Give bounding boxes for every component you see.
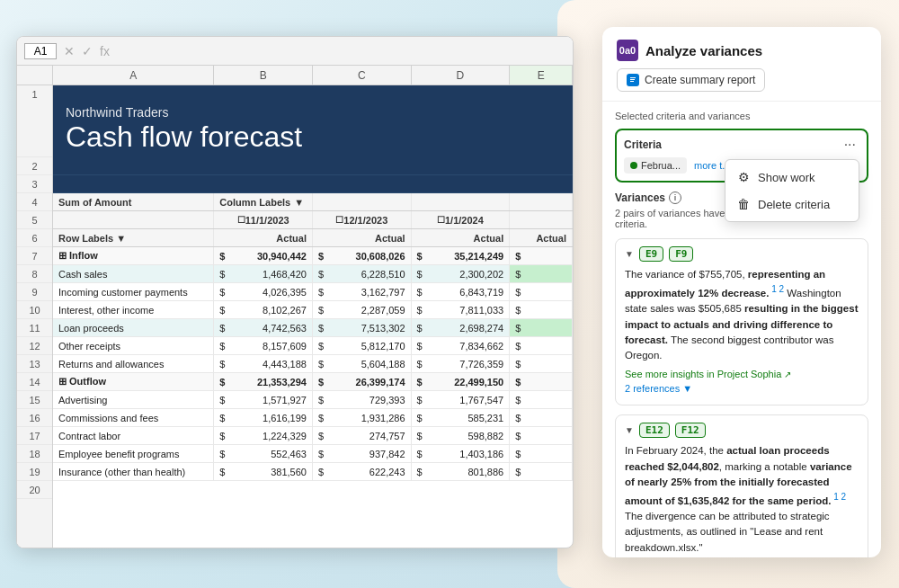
cell-c-11: $937,842 <box>313 445 412 462</box>
col-header-b[interactable]: B <box>214 66 313 85</box>
cell-d-11: $1,403,186 <box>412 445 511 462</box>
actual-c7: Actual <box>313 229 412 246</box>
cell-reference[interactable]: A1 <box>24 43 57 59</box>
variances-title: Variances <box>615 192 665 204</box>
show-work-label: Show work <box>758 171 815 184</box>
formula-icon: fx <box>100 44 110 58</box>
sum-of-amount-label: Sum of Amount <box>53 193 214 210</box>
col-header-c[interactable]: C <box>313 66 412 85</box>
table-row: Insurance (other than health) $381,560 $… <box>53 463 573 481</box>
cell-a-11: Employee benefit programs <box>53 445 214 462</box>
row-num-1: 1 <box>17 85 52 157</box>
spreadsheet-title: Cash flow forecast <box>66 120 560 154</box>
references-toggle-1[interactable]: 2 references ▼ <box>625 383 859 394</box>
cell-b-9: $1,616,199 <box>214 409 313 426</box>
panel-title: Analyze variances <box>645 43 762 58</box>
create-summary-label: Create summary report <box>645 74 755 86</box>
variance-1-text: The variance of $755,705, representing a… <box>625 267 859 363</box>
criteria-label: Criteria <box>624 138 662 151</box>
col-header-a[interactable]: A <box>53 66 214 85</box>
cell-e-3: $ <box>510 301 573 318</box>
cell-c-8: $729,393 <box>313 391 412 408</box>
col-header-d[interactable]: D <box>412 66 511 85</box>
ref-1-1[interactable]: 1 <box>769 284 776 294</box>
criteria-tag-1: Februa... <box>624 157 687 174</box>
cell-d-6: $7,726,359 <box>412 355 511 372</box>
show-work-menu-item[interactable]: ⚙ Show work <box>725 164 859 191</box>
row-num-20: 20 <box>17 481 52 499</box>
cell-d-7: $22,499,150 <box>412 373 511 390</box>
cell-e-2: $ <box>510 283 573 300</box>
col-label-d5 <box>412 193 511 210</box>
see-more-label-1: See more insights in Project Sophia <box>625 369 781 379</box>
row-num-5: 5 <box>17 211 52 229</box>
cell-e-8: $ <box>510 391 573 408</box>
ref-2-2[interactable]: 2 <box>839 492 846 502</box>
row-num-8: 8 <box>17 265 52 283</box>
row-2-spacer <box>53 175 573 193</box>
excel-spreadsheet: A1 ✕ ✓ fx A B C D E 1 2 3 4 5 6 7 8 9 10… <box>16 36 574 548</box>
col-label-c5 <box>313 193 412 210</box>
delete-criteria-menu-item[interactable]: 🗑 Delete criteria <box>725 191 859 218</box>
cell-badge-f9[interactable]: F9 <box>669 246 693 262</box>
variances-info-icon[interactable]: i <box>669 192 681 204</box>
cell-d-5: $7,834,662 <box>412 337 511 354</box>
cell-b-5: $8,157,609 <box>214 337 313 354</box>
variance-2-text: In February 2024, the actual loan procee… <box>625 443 859 556</box>
cell-d-12: $801,886 <box>412 463 511 480</box>
cell-e-11: $ <box>510 445 573 462</box>
chevron-down-icon-1[interactable]: ▼ <box>625 249 634 259</box>
row-num-10: 10 <box>17 301 52 319</box>
row-numbers: 1 2 3 4 5 6 7 8 9 10 11 12 13 14 15 16 1… <box>17 85 53 548</box>
sheet-content: 1 2 3 4 5 6 7 8 9 10 11 12 13 14 15 16 1… <box>17 85 573 548</box>
cell-a-1: Cash sales <box>53 265 214 282</box>
cell-d-8: $1,767,547 <box>412 391 511 408</box>
chevron-down-icon-2[interactable]: ▼ <box>625 425 634 435</box>
corner-cell <box>17 66 53 85</box>
cell-a-8: Advertising <box>53 391 214 408</box>
criteria-more-button[interactable]: ··· <box>841 138 859 152</box>
cell-badge-e9[interactable]: E9 <box>639 246 663 262</box>
actual-e7: Actual <box>510 229 573 246</box>
row-num-11: 11 <box>17 319 52 337</box>
col-header-e[interactable]: E <box>510 66 573 85</box>
analysis-panel: 0a0 Analyze variances Create summary rep… <box>602 27 881 557</box>
see-more-link-1[interactable]: See more insights in Project Sophia ↗ <box>625 369 859 379</box>
cell-c-2: $3,162,797 <box>313 283 412 300</box>
cell-e-7: $ <box>510 373 573 390</box>
ref-2-1[interactable]: 1 <box>831 492 838 502</box>
svg-rect-1 <box>630 79 635 80</box>
table-row: Incoming customer payments $4,026,395 $3… <box>53 283 573 301</box>
row-num-7: 7 <box>17 247 52 265</box>
cell-badge-f12[interactable]: F12 <box>675 423 706 438</box>
table-row: Cash sales $1,468,420 $6,228,510 $2,300,… <box>53 265 573 283</box>
cell-b-6: $4,443,188 <box>214 355 313 372</box>
table-row: Other receipts $8,157,609 $5,812,170 $7,… <box>53 337 573 355</box>
variances-section: Variances i 2 pairs of variances have be… <box>615 192 868 557</box>
row-num-4: 4 <box>17 193 52 211</box>
summary-btn-icon <box>627 74 639 86</box>
cell-c-3: $2,287,059 <box>313 301 412 318</box>
ref-1-2[interactable]: 2 <box>777 284 784 294</box>
cell-b-10: $1,224,329 <box>214 427 313 444</box>
criteria-card-header: Criteria ··· <box>624 138 859 152</box>
cell-a-10: Contract labor <box>53 427 214 444</box>
cell-e-1: $ <box>510 265 573 282</box>
cell-e-6: $ <box>510 355 573 372</box>
table-row: Contract labor $1,224,329 $274,757 $598,… <box>53 427 573 445</box>
cell-a-2: Incoming customer payments <box>53 283 214 300</box>
variance-item-1: ▼ E9 F9 The variance of $755,705, repres… <box>615 238 868 405</box>
cell-b-8: $1,571,927 <box>214 391 313 408</box>
panel-header: 0a0 Analyze variances Create summary rep… <box>602 27 881 102</box>
cell-badge-e12[interactable]: E12 <box>639 423 670 438</box>
cell-c-12: $622,243 <box>313 463 412 480</box>
table-row: Commissions and fees $1,616,199 $1,931,2… <box>53 409 573 427</box>
cell-b-3: $8,102,267 <box>214 301 313 318</box>
cell-d-3: $7,811,033 <box>412 301 511 318</box>
delete-icon: 🗑 <box>736 197 751 211</box>
cell-e-12: $ <box>510 463 573 480</box>
row-num-13: 13 <box>17 355 52 373</box>
create-summary-button[interactable]: Create summary report <box>617 68 765 92</box>
cell-c-7: $26,399,174 <box>313 373 412 390</box>
table-row: Employee benefit programs $552,463 $937,… <box>53 445 573 463</box>
